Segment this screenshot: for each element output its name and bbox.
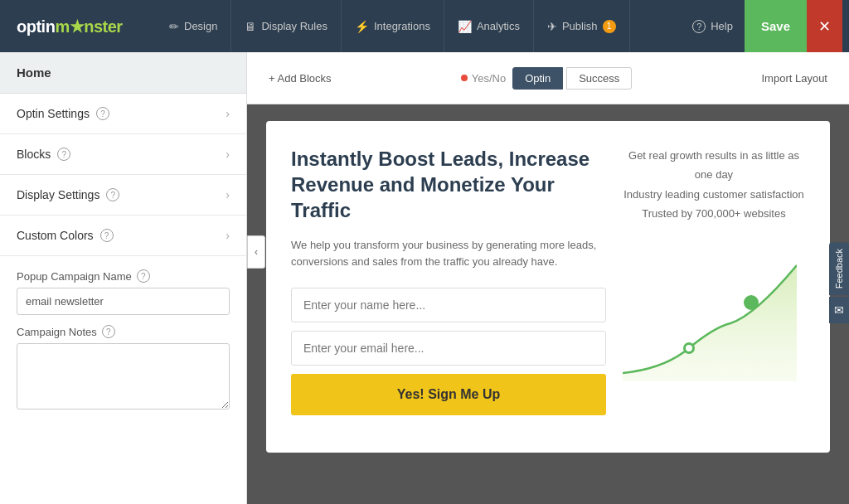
sidebar-item-optin-left: Optin Settings ? — [17, 107, 109, 120]
logo-text: optinm★nster — [17, 17, 123, 36]
yes-no-label: Yes/No — [472, 72, 506, 85]
display-settings-help-icon[interactable]: ? — [106, 188, 119, 201]
yes-no-tab[interactable]: Yes/No — [461, 72, 506, 85]
add-blocks-button[interactable]: + Add Blocks — [260, 67, 340, 90]
custom-colors-chevron-icon: › — [226, 229, 230, 242]
sidebar-item-optin-settings[interactable]: Optin Settings ? › — [0, 94, 246, 134]
optin-settings-help-icon[interactable]: ? — [96, 107, 109, 120]
canvas-area: Instantly Boost Leads, Increase Revenue … — [247, 104, 849, 504]
blocks-help-icon[interactable]: ? — [57, 148, 70, 161]
popup-right-line2: Industry leading customer satisfaction — [623, 185, 805, 204]
design-icon: ✏ — [169, 20, 179, 33]
popup-email-input[interactable] — [291, 331, 606, 366]
popup-left: Instantly Boost Leads, Increase Revenue … — [291, 146, 623, 428]
popup-right-text: Get real growth results in as little as … — [623, 146, 805, 224]
blocks-chevron-icon: › — [226, 148, 230, 161]
nav-display-rules-label: Display Rules — [261, 20, 327, 32]
campaign-name-help-icon[interactable]: ? — [137, 269, 150, 283]
nav-publish[interactable]: ✈ Publish 1 — [534, 0, 630, 52]
campaign-name-input[interactable] — [17, 288, 230, 315]
publish-icon: ✈ — [547, 20, 557, 33]
help-label: Help — [711, 20, 733, 32]
blocks-label: Blocks — [17, 148, 51, 161]
custom-colors-help-icon[interactable]: ? — [100, 229, 114, 242]
nav-display-rules[interactable]: 🖥 Display Rules — [231, 0, 341, 52]
nav-analytics[interactable]: 📈 Analytics — [444, 0, 534, 52]
sidebar-item-colors-left: Custom Colors ? — [17, 229, 114, 242]
content-area: + Add Blocks Yes/No Optin Success Import… — [247, 52, 849, 504]
collapse-sidebar-button[interactable]: ‹ — [247, 235, 265, 269]
popup-right: Get real growth results in as little as … — [623, 146, 805, 428]
save-button[interactable]: Save — [745, 0, 807, 52]
svg-point-1 — [747, 298, 755, 307]
sidebar-item-custom-colors[interactable]: Custom Colors ? › — [0, 216, 246, 256]
campaign-notes-help-icon[interactable]: ? — [102, 325, 115, 338]
sidebar-footer: Popup Campaign Name ? Campaign Notes ? — [0, 256, 246, 504]
nav-items: ✏ Design 🖥 Display Rules ⚡ Integrations … — [156, 0, 681, 52]
display-settings-label: Display Settings — [17, 188, 99, 201]
svg-point-0 — [686, 345, 692, 351]
sidebar-item-blocks-left: Blocks ? — [17, 148, 70, 161]
analytics-icon: 📈 — [458, 20, 472, 33]
sidebar: Home Optin Settings ? › Blocks ? › Displ… — [0, 52, 247, 504]
campaign-notes-label: Campaign Notes ? — [17, 325, 230, 338]
campaign-notes-field: Campaign Notes ? — [17, 325, 230, 412]
nav-integrations-label: Integrations — [374, 20, 430, 32]
nav-analytics-label: Analytics — [477, 20, 520, 32]
nav-design[interactable]: ✏ Design — [156, 0, 231, 52]
logo: optinm★nster — [7, 17, 156, 36]
popup-right-line1: Get real growth results in as little as … — [623, 146, 805, 185]
integrations-icon: ⚡ — [355, 20, 369, 33]
display-rules-icon: 🖥 — [245, 20, 256, 33]
nav-integrations[interactable]: ⚡ Integrations — [342, 0, 444, 52]
popup-submit-button[interactable]: Yes! Sign Me Up — [291, 374, 606, 415]
campaign-name-label: Popup Campaign Name ? — [17, 269, 230, 283]
sidebar-home: Home — [0, 52, 246, 94]
optin-tab[interactable]: Optin — [512, 67, 563, 90]
sidebar-item-display-settings[interactable]: Display Settings ? › — [0, 175, 246, 216]
popup-subtext: We help you transform your business by g… — [291, 237, 606, 272]
content-toolbar: + Add Blocks Yes/No Optin Success Import… — [247, 52, 849, 104]
import-layout-button[interactable]: Import Layout — [754, 68, 837, 89]
optin-settings-chevron-icon: › — [226, 107, 230, 120]
growth-chart — [623, 240, 797, 381]
logo-monster: m★nster — [55, 17, 122, 36]
view-tabs: Yes/No Optin Success — [461, 67, 633, 90]
popup-card: Instantly Boost Leads, Increase Revenue … — [266, 121, 830, 453]
display-settings-chevron-icon: › — [226, 188, 230, 201]
publish-badge: 1 — [603, 20, 616, 33]
nav-design-label: Design — [184, 20, 217, 32]
campaign-name-field: Popup Campaign Name ? — [17, 269, 230, 315]
feedback-button[interactable]: Feedback — [829, 242, 849, 295]
campaign-notes-textarea[interactable] — [17, 343, 230, 410]
feedback-panel: Feedback ✉ — [829, 242, 849, 323]
custom-colors-label: Custom Colors — [17, 229, 94, 242]
popup-headline: Instantly Boost Leads, Increase Revenue … — [291, 146, 606, 224]
feedback-email-icon[interactable]: ✉ — [829, 297, 849, 323]
help-icon: ? — [692, 20, 706, 33]
help-button[interactable]: ? Help — [681, 0, 745, 52]
popup-name-input[interactable] — [291, 288, 606, 322]
success-tab[interactable]: Success — [566, 67, 632, 90]
yes-no-dot-icon — [461, 75, 468, 81]
sidebar-item-blocks[interactable]: Blocks ? › — [0, 134, 246, 175]
close-icon: ✕ — [818, 17, 831, 36]
chart-area — [623, 240, 805, 390]
close-button[interactable]: ✕ — [807, 0, 842, 52]
optin-settings-label: Optin Settings — [17, 107, 90, 120]
main-layout: Home Optin Settings ? › Blocks ? › Displ… — [0, 52, 849, 504]
popup-right-line3: Trusted by 700,000+ websites — [623, 204, 805, 223]
top-navigation: optinm★nster ✏ Design 🖥 Display Rules ⚡ … — [0, 0, 849, 52]
sidebar-item-display-left: Display Settings ? — [17, 188, 119, 201]
nav-publish-label: Publish — [562, 20, 598, 32]
nav-right: ? Help Save ✕ — [681, 0, 842, 52]
